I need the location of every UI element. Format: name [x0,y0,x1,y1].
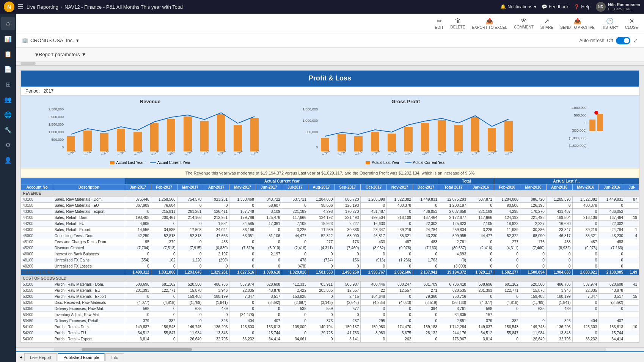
sidebar-item-tools[interactable]: 🔧 [1,123,15,137]
tab-live-report[interactable]: Live Report [24,353,57,361]
cell-jan: 201,393 [125,288,151,294]
export-excel-button[interactable]: 📥 EXPORT TO EXCEL [472,17,507,30]
table-header-actual-current: Actual Current Year [125,178,439,184]
cell-jan: 875,446 [125,197,151,203]
cell-feb16: 55,847 [494,330,520,336]
close-button[interactable]: ✕ CLOSE [625,17,638,30]
svg-text:1,000,000: 1,000,000 [49,130,64,134]
cell-mar16: 635 [520,306,546,312]
cell-jul16 [625,318,639,324]
company-selector[interactable]: 🏢 CRONUS USA, Inc. ▾ [22,38,79,43]
cell-account: 45100 [21,239,53,245]
cell-mar16 [520,312,546,318]
cell-may: 0 [229,257,256,263]
cell-dec: (7,163) [413,245,439,251]
cell-jun16: (7,163) [599,245,625,251]
history-button[interactable]: 🕐 HISTORY [602,17,618,30]
cell-account: 54100 [21,324,53,330]
cell-oct: 199,504 [361,215,387,221]
user-subtitle: HL_Hero_ERP... [608,7,640,11]
cell-total: (80,557) [439,245,468,251]
delete-button[interactable]: 🗑 DELETE [451,17,465,29]
tab-info[interactable]: Info [105,353,124,361]
report-container[interactable]: Profit & Loss Period: 2017 Revenue 2,500… [16,61,644,351]
cell-total: 125,623 [439,221,468,227]
cell-jan: 0 [125,312,151,318]
sidebar-item-reports[interactable]: 📄 [1,62,15,76]
auto-refresh-toggle[interactable] [616,37,630,44]
scrollbar-bottom[interactable] [16,347,644,351]
cell-jul: 117,666 [282,215,308,221]
cell-account: 54200 [21,330,53,336]
edit-button[interactable]: ✏ EDIT [435,17,444,30]
cell-nov: 39,219 [387,227,413,233]
cell-account: 53150 [21,288,53,294]
cell-nov: 638,247 [387,282,413,288]
svg-rect-42 [454,125,463,151]
cell-jul16 [625,312,639,318]
data-table-wrapper[interactable]: Actual Current Year Total Actual Last Y.… [21,178,639,342]
info-text: The Revenue this year was moderate at $1… [185,171,475,175]
topbar: N ☰ Live Reporting › NAV12 - Finance - P… [0,0,644,14]
share-button[interactable]: ↗ SHARE [540,17,553,30]
cell-account: 53350 [21,306,53,312]
help-button[interactable]: ❓ Help [574,4,591,9]
svg-rect-35 [338,134,346,151]
cell-jul: (2,416) [282,245,308,251]
svg-rect-43 [471,117,479,151]
sidebar-item-chart[interactable]: 📊 [1,32,15,46]
cell-total: 628,535 [439,288,468,294]
comment-button[interactable]: 👁 COMMENT [514,17,534,29]
sidebar-item-home[interactable]: ⌂ [1,17,15,30]
cell-jul16 [625,336,639,342]
cell-feb16: 681,162 [494,282,520,288]
tab-published-example[interactable]: Published Example [58,353,105,361]
svg-rect-38 [388,134,396,151]
scrollbar-top[interactable] [16,61,644,66]
cell-feb: 76,604 [151,203,177,209]
cell-mar: 0 [177,251,203,257]
report-params-bar: ▼ Report parameters ▼ [16,48,644,61]
cell-jun: 843,722 [256,197,282,203]
sidebar-item-users[interactable]: 👥 [1,93,15,106]
cell-feb16: 90,506 [494,203,520,209]
scrollbar-thumb-h[interactable] [82,348,192,351]
hamburger-icon[interactable]: ☰ [17,3,24,11]
sidebar-item-globe[interactable]: 🌐 [1,108,15,121]
table-row: 53400Inventory Adjmt., Raw Mat.0000(34,4… [21,312,639,318]
revenue-chart-title: Revenue [24,99,276,104]
scroll-left-icon[interactable]: ◂ [17,354,24,360]
topbar-right: 🔔 Notifications ▾ 💬 Feedback ❓ Help NR N… [500,2,640,12]
sidebar-item-table[interactable]: ⊞ [1,77,15,91]
sidebar-item-settings[interactable]: ⚙ [1,138,15,152]
breadcrumb-root[interactable]: Live Reporting [27,4,58,10]
cell-jul16: 87 [625,197,639,203]
cell-jun16: 3,517 [599,294,625,300]
cell-dec: 22,302 [413,221,439,227]
cell-apr16: 326 [546,318,572,324]
notifications-button[interactable]: 🔔 Notifications ▾ [500,4,536,9]
cell-apr: 0 [203,263,229,269]
cell-desc: Purch., Raw Materials - Export [53,294,125,300]
params-label[interactable]: Report parameters ▼ [39,52,86,57]
send-archive-button[interactable]: 📤 SEND TO ARCHIVE [560,17,595,30]
close-label: CLOSE [625,25,638,30]
expand-icon[interactable]: ⤢ [633,38,638,44]
user-menu[interactable]: NR Nils Rasmussen HL_Hero_ERP... [596,2,640,12]
sidebar-item-list[interactable]: 📋 [1,47,15,61]
cell-sep: (2,646) [335,300,361,306]
sidebar-item-user[interactable]: 👤 [1,153,15,167]
cell-jan: 3,814 [125,336,151,342]
cell-nov: 0 [387,318,413,324]
col-may17: May-2017 [229,184,256,190]
scroll-thumb-h[interactable] [20,62,36,65]
svg-text:(1,000,000): (1,000,000) [569,136,586,140]
cell-aug: 29,725 [308,330,335,336]
col-jan17: Jan-2017 [125,184,151,190]
cell-feb: (7,513) [151,245,177,251]
feedback-button[interactable]: 💬 Feedback [542,4,569,9]
table-header-row: Actual Current Year Total Actual Last Y.… [21,178,639,184]
cell-mar16: (7,460) [520,245,546,251]
svg-rect-16 [234,125,242,151]
cell-nov: 0 [387,263,413,269]
